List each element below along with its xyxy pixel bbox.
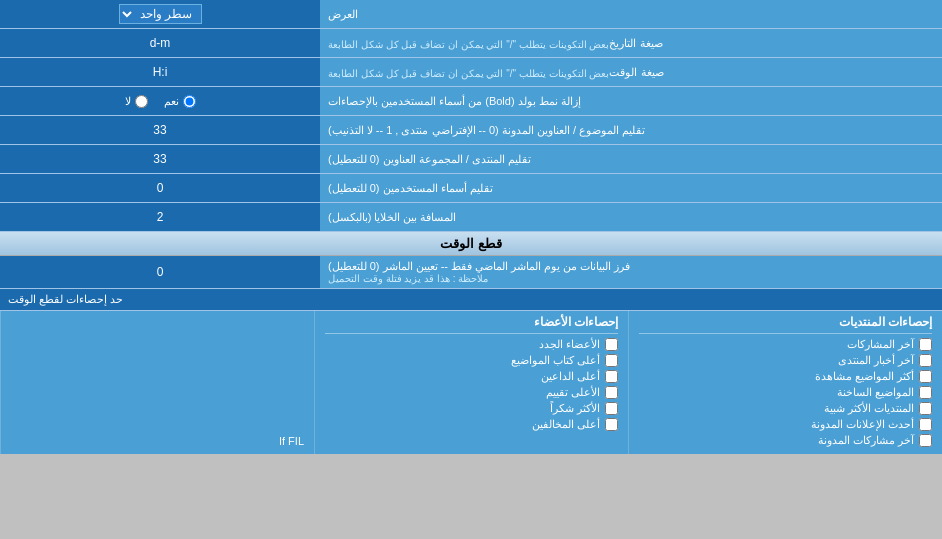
- col1-label-0: آخر المشاركات: [847, 338, 914, 351]
- col1-cb-1[interactable]: [919, 354, 932, 367]
- if-fil-note: If FIL: [11, 335, 304, 447]
- col1-item-1: آخر أخبار المنتدى: [639, 354, 932, 367]
- date-format-input[interactable]: d-m: [6, 36, 314, 50]
- date-format-row: صيغة التاريخ بعض التكوينات يتطلب "/" الت…: [0, 29, 942, 58]
- usernames-input-wrap: [0, 174, 320, 202]
- col1-label-3: المواضيع الساخنة: [837, 386, 914, 399]
- topics-input-wrap: [0, 116, 320, 144]
- cutoff-input-wrap: [0, 256, 320, 288]
- bold-radio-wrap: نعم لا: [0, 87, 320, 115]
- col2-label-4: الأكثر شكراً: [550, 402, 600, 415]
- col1-cb-6[interactable]: [919, 434, 932, 447]
- date-format-label: صيغة التاريخ بعض التكوينات يتطلب "/" الت…: [320, 29, 942, 57]
- col2-cb-2[interactable]: [605, 370, 618, 383]
- col2-label-5: أعلى المخالفين: [532, 418, 600, 431]
- col1-item-3: المواضيع الساخنة: [639, 386, 932, 399]
- gap-label: المسافة بين الخلايا (بالبكسل): [320, 203, 942, 231]
- col2-cb-4[interactable]: [605, 402, 618, 415]
- forum-trim-input-wrap: [0, 145, 320, 173]
- col1-label-6: آخر مشاركات المدونة: [818, 434, 914, 447]
- topics-label: تقليم الموضوع / العناوين المدونة (0 -- ا…: [320, 116, 942, 144]
- cutoff-section-header: قطع الوقت: [0, 232, 942, 256]
- bold-label: إزالة نمط بولد (Bold) من أسماء المستخدمي…: [320, 87, 942, 115]
- cutoff-row: فرز البيانات من يوم الماشر الماضي فقط --…: [0, 256, 942, 289]
- col1-label-1: آخر أخبار المنتدى: [838, 354, 914, 367]
- col1-header: إحصاءات المنتديات: [639, 315, 932, 334]
- forum-trim-row: تقليم المنتدى / المجموعة العناوين (0 للت…: [0, 145, 942, 174]
- col2-cb-0[interactable]: [605, 338, 618, 351]
- col2-item-4: الأكثر شكراً: [325, 402, 618, 415]
- col2: إحصاءات الأعضاء الأعضاء الجدد أعلى كتاب …: [314, 311, 628, 454]
- col1-label-5: أحدث الإعلانات المدونة: [811, 418, 914, 431]
- time-format-label: صيغة الوقت بعض التكوينات يتطلب "/" التي …: [320, 58, 942, 86]
- col2-label-1: أعلى كتاب المواضيع: [511, 354, 600, 367]
- col2-item-5: أعلى المخالفين: [325, 418, 618, 431]
- cutoff-note: ملاحظة : هذا قد يزيد فتلة وقت التحميل: [328, 273, 488, 284]
- time-format-input-wrap: H:i: [0, 58, 320, 86]
- usernames-row: تقليم أسماء المستخدمين (0 للتعطيل): [0, 174, 942, 203]
- forum-trim-label: تقليم المنتدى / المجموعة العناوين (0 للت…: [320, 145, 942, 173]
- col3: If FIL: [0, 311, 314, 454]
- display-select[interactable]: سطر واحد سطران ثلاثة أسطر: [119, 4, 202, 24]
- display-row: العرض سطر واحد سطران ثلاثة أسطر: [0, 0, 942, 29]
- usernames-input[interactable]: [6, 181, 314, 195]
- display-label: العرض: [320, 0, 942, 28]
- col2-header: إحصاءات الأعضاء: [325, 315, 618, 334]
- topics-row: تقليم الموضوع / العناوين المدونة (0 -- ا…: [0, 116, 942, 145]
- usernames-label: تقليم أسماء المستخدمين (0 للتعطيل): [320, 174, 942, 202]
- col2-label-2: أعلى الداعين: [541, 370, 600, 383]
- col1: إحصاءات المنتديات آخر المشاركات آخر أخبا…: [628, 311, 942, 454]
- forum-trim-input[interactable]: [6, 152, 314, 166]
- main-container: العرض سطر واحد سطران ثلاثة أسطر صيغة الت…: [0, 0, 942, 454]
- bold-yes-radio[interactable]: [183, 95, 196, 108]
- stats-header-row: حد إحصاءات لقطع الوقت: [0, 289, 942, 311]
- col2-cb-1[interactable]: [605, 354, 618, 367]
- col2-item-2: أعلى الداعين: [325, 370, 618, 383]
- topics-input[interactable]: [6, 123, 314, 137]
- col2-cb-3[interactable]: [605, 386, 618, 399]
- cutoff-input[interactable]: [6, 265, 314, 279]
- col2-label-0: الأعضاء الجدد: [539, 338, 600, 351]
- gap-input-wrap: [0, 203, 320, 231]
- col1-cb-0[interactable]: [919, 338, 932, 351]
- col1-item-6: آخر مشاركات المدونة: [639, 434, 932, 447]
- display-select-wrap: سطر واحد سطران ثلاثة أسطر: [0, 0, 320, 28]
- bold-row: إزالة نمط بولد (Bold) من أسماء المستخدمي…: [0, 87, 942, 116]
- col1-item-4: المنتديات الأكثر شبية: [639, 402, 932, 415]
- date-format-input-wrap: d-m: [0, 29, 320, 57]
- col1-cb-3[interactable]: [919, 386, 932, 399]
- col1-item-5: أحدث الإعلانات المدونة: [639, 418, 932, 431]
- cutoff-row-label: فرز البيانات من يوم الماشر الماضي فقط --…: [320, 256, 942, 288]
- col1-item-0: آخر المشاركات: [639, 338, 932, 351]
- col2-cb-5[interactable]: [605, 418, 618, 431]
- col2-item-1: أعلى كتاب المواضيع: [325, 354, 618, 367]
- gap-input[interactable]: [6, 210, 314, 224]
- col1-cb-2[interactable]: [919, 370, 932, 383]
- checkboxes-area: إحصاءات المنتديات آخر المشاركات آخر أخبا…: [0, 311, 942, 454]
- col2-item-0: الأعضاء الجدد: [325, 338, 618, 351]
- col1-cb-5[interactable]: [919, 418, 932, 431]
- col2-item-3: الأعلى تقييم: [325, 386, 618, 399]
- cutoff-limit-label: حد إحصاءات لقطع الوقت: [0, 289, 942, 310]
- bold-no-radio[interactable]: [135, 95, 148, 108]
- bold-yes-label[interactable]: نعم: [164, 95, 196, 108]
- col2-label-3: الأعلى تقييم: [546, 386, 600, 399]
- col1-cb-4[interactable]: [919, 402, 932, 415]
- time-format-input[interactable]: H:i: [6, 65, 314, 79]
- bold-no-label[interactable]: لا: [125, 95, 148, 108]
- col1-item-2: أكثر المواضيع مشاهدة: [639, 370, 932, 383]
- col1-label-2: أكثر المواضيع مشاهدة: [815, 370, 914, 383]
- date-format-note: بعض التكوينات يتطلب "/" التي يمكن ان تضا…: [328, 39, 609, 50]
- col1-label-4: المنتديات الأكثر شبية: [824, 402, 914, 415]
- time-format-row: صيغة الوقت بعض التكوينات يتطلب "/" التي …: [0, 58, 942, 87]
- gap-row: المسافة بين الخلايا (بالبكسل): [0, 203, 942, 232]
- time-format-note: بعض التكوينات يتطلب "/" التي يمكن ان تضا…: [328, 68, 609, 79]
